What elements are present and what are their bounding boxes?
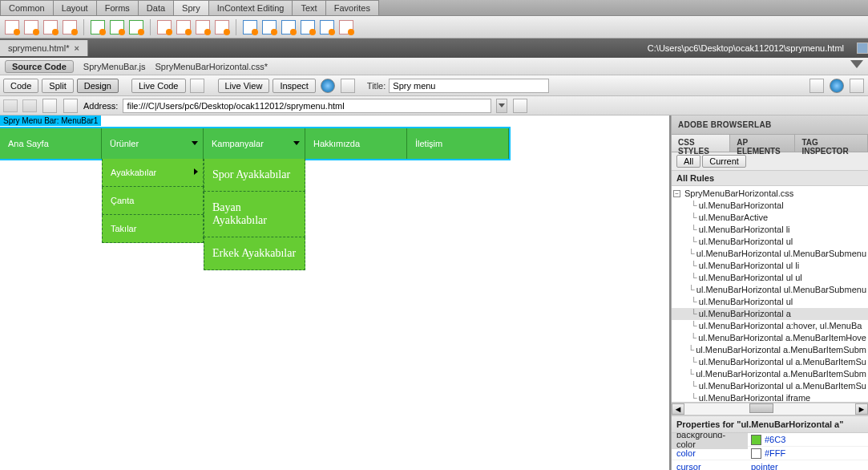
submenu-item[interactable]: Takılar bbox=[102, 215, 204, 243]
submenu-item[interactable]: Bayan Ayakkabılar bbox=[204, 192, 305, 237]
spry-icon-16[interactable] bbox=[320, 20, 334, 34]
browser-icon[interactable] bbox=[321, 79, 335, 93]
tab-favorites[interactable]: Favorites bbox=[325, 0, 379, 15]
tab-css-styles[interactable]: CSS STYLES bbox=[672, 135, 730, 152]
scroll-right-icon[interactable]: ► bbox=[855, 403, 868, 415]
mode-current-button[interactable]: Current bbox=[702, 155, 746, 168]
tab-data[interactable]: Data bbox=[138, 0, 174, 15]
scroll-left-icon[interactable]: ◄ bbox=[672, 403, 684, 415]
tab-layout[interactable]: Layout bbox=[53, 0, 97, 15]
inspect-button[interactable]: Inspect bbox=[273, 79, 315, 93]
submenu-item[interactable]: Ayakkabılar bbox=[102, 159, 204, 187]
refresh-address-icon[interactable] bbox=[42, 99, 57, 113]
design-button[interactable]: Design bbox=[77, 79, 119, 93]
rule-row[interactable]: └ul.MenuBarHorizontal a.MenuBarItemHove bbox=[672, 332, 868, 344]
spry-icon-11[interactable] bbox=[215, 20, 229, 34]
rule-row[interactable]: └ul.MenuBarHorizontal ul.MenuBarSubmenu bbox=[672, 248, 868, 260]
menu-item-hakkimizda[interactable]: Hakkımızda bbox=[305, 128, 407, 159]
spry-icon-8[interactable] bbox=[157, 20, 172, 34]
rule-row[interactable]: └ul.MenuBarHorizontal ul li bbox=[672, 260, 868, 272]
source-code-button[interactable]: Source Code bbox=[5, 60, 74, 73]
rule-row[interactable]: └ul.MenuBarActive bbox=[672, 212, 868, 224]
address-list-icon[interactable] bbox=[513, 99, 527, 113]
spry-icon-2[interactable] bbox=[24, 20, 38, 34]
document-tab[interactable]: sprymenu.html* × bbox=[0, 40, 88, 56]
related-file-2[interactable]: SpryMenuBarHorizontal.css* bbox=[155, 62, 268, 71]
rule-row[interactable]: └ul.MenuBarHorizontal bbox=[672, 200, 868, 212]
submenu-item[interactable]: Çanta bbox=[102, 187, 204, 215]
properties-list[interactable]: background-color#6C3color#FFFcursorpoint… bbox=[672, 433, 868, 470]
spry-icon-4[interactable] bbox=[63, 20, 77, 34]
spry-icon-3[interactable] bbox=[43, 20, 58, 34]
tab-forms[interactable]: Forms bbox=[96, 0, 139, 15]
tab-common[interactable]: Common bbox=[0, 0, 54, 15]
spry-icon-6[interactable] bbox=[110, 20, 124, 34]
rule-row[interactable]: └ul.MenuBarHorizontal ul ul bbox=[672, 272, 868, 284]
home-icon[interactable] bbox=[63, 99, 78, 113]
doc-action-icon[interactable] bbox=[857, 43, 868, 54]
color-swatch[interactable] bbox=[751, 435, 761, 445]
check-icon[interactable] bbox=[850, 79, 864, 93]
rule-row[interactable]: └ul.MenuBarHorizontal a bbox=[672, 308, 868, 320]
menu-item-kampanyalar[interactable]: Kampanyalar bbox=[204, 128, 305, 159]
tab-spry[interactable]: Spry bbox=[173, 0, 209, 15]
tab-ap-elements[interactable]: AP ELEMENTS bbox=[730, 135, 795, 152]
property-row[interactable]: background-color#6C3 bbox=[672, 433, 868, 447]
tree-collapse-icon[interactable]: − bbox=[673, 190, 680, 197]
rule-row[interactable]: └ul.MenuBarHorizontal ul bbox=[672, 296, 868, 308]
preview-globe-icon[interactable] bbox=[830, 79, 844, 93]
code-button[interactable]: Code bbox=[3, 79, 38, 93]
rule-row[interactable]: └ul.MenuBarHorizontal a.MenuBarItemSubm bbox=[672, 368, 868, 380]
split-button[interactable]: Split bbox=[42, 79, 73, 93]
menu-item-anasayfa[interactable]: Ana Sayfa bbox=[0, 128, 102, 159]
liveview-button[interactable]: Live View bbox=[218, 79, 270, 93]
spry-icon-14[interactable] bbox=[281, 20, 296, 34]
spry-icon-17[interactable] bbox=[339, 20, 353, 34]
rules-h-scrollbar[interactable]: ◄ ► bbox=[672, 403, 868, 415]
rule-row[interactable]: └ul.MenuBarHorizontal a.MenuBarItemSubm bbox=[672, 344, 868, 356]
title-action-icon[interactable] bbox=[809, 79, 824, 93]
rule-row[interactable]: └ul.MenuBarHorizontal iframe bbox=[672, 392, 868, 403]
rule-row[interactable]: └ul.MenuBarHorizontal ul a.MenuBarItemSu bbox=[672, 356, 868, 368]
scroll-thumb[interactable] bbox=[749, 403, 773, 413]
related-file-1[interactable]: SpryMenuBar.js bbox=[83, 62, 146, 71]
menu-item-urunler[interactable]: Ürünler Ayakkabılar Çanta Takılar Spor A… bbox=[102, 128, 204, 159]
spry-icon-13[interactable] bbox=[262, 20, 277, 34]
spry-icon-9[interactable] bbox=[176, 20, 191, 34]
rule-row[interactable]: └ul.MenuBarHorizontal ul a.MenuBarItemSu bbox=[672, 380, 868, 392]
menu-item-iletisim[interactable]: İletişim bbox=[407, 128, 509, 159]
spry-icon-10[interactable] bbox=[196, 20, 210, 34]
submenu-item[interactable]: Erkek Ayakkabılar bbox=[204, 237, 305, 270]
spry-icon-5[interactable] bbox=[91, 20, 105, 34]
nav-fwd-icon[interactable] bbox=[22, 99, 37, 112]
spry-icon-12[interactable] bbox=[243, 20, 257, 34]
address-input[interactable] bbox=[123, 99, 491, 113]
property-row[interactable]: color#FFF bbox=[672, 447, 868, 460]
tab-incontext[interactable]: InContext Editing bbox=[208, 0, 293, 15]
address-dropdown-icon[interactable] bbox=[496, 99, 507, 113]
livecode-button[interactable]: Live Code bbox=[131, 79, 186, 93]
mode-all-button[interactable]: All bbox=[676, 155, 700, 168]
submenu-item[interactable]: Spor Ayakkabılar bbox=[204, 159, 305, 192]
nav-back-icon[interactable] bbox=[3, 99, 18, 112]
spry-menubar[interactable]: Ana Sayfa Ürünler Ayakkabılar Çanta Takı… bbox=[0, 128, 509, 159]
property-row[interactable]: cursorpointer bbox=[672, 460, 868, 470]
panel-browserlab[interactable]: ADOBE BROWSERLAB bbox=[672, 115, 868, 135]
filter-icon[interactable] bbox=[850, 60, 863, 73]
title-input[interactable] bbox=[389, 79, 549, 93]
livecode-icon[interactable] bbox=[190, 79, 204, 93]
tab-text[interactable]: Text bbox=[292, 0, 325, 15]
scroll-track[interactable] bbox=[684, 403, 855, 415]
rule-row[interactable]: └ul.MenuBarHorizontal a:hover, ul.MenuBa bbox=[672, 320, 868, 332]
rule-row[interactable]: −SpryMenuBarHorizontal.css bbox=[672, 188, 868, 200]
tab-tag-inspector[interactable]: TAG INSPECTOR bbox=[795, 135, 868, 152]
design-canvas[interactable]: Spry Menu Bar: MenuBar1 Ana Sayfa Ürünle… bbox=[0, 115, 671, 470]
rules-tree[interactable]: −SpryMenuBarHorizontal.css└ul.MenuBarHor… bbox=[672, 186, 868, 403]
rule-row[interactable]: └ul.MenuBarHorizontal ul.MenuBarSubmenu bbox=[672, 284, 868, 296]
close-icon[interactable]: × bbox=[74, 43, 79, 53]
spry-icon-7[interactable] bbox=[129, 20, 143, 34]
refresh-icon[interactable] bbox=[341, 79, 355, 93]
rule-row[interactable]: └ul.MenuBarHorizontal li bbox=[672, 224, 868, 236]
spry-icon-1[interactable] bbox=[5, 20, 19, 34]
spry-icon-15[interactable] bbox=[301, 20, 315, 34]
